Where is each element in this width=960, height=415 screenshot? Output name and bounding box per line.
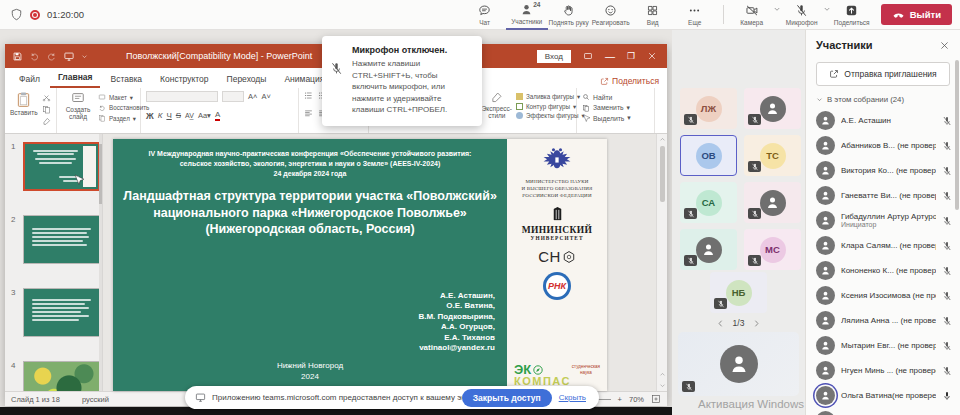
- leave-button[interactable]: Выйти: [881, 4, 952, 25]
- stop-sharing-button[interactable]: Закрыть доступ: [462, 389, 552, 407]
- participant-tile-НБ[interactable]: НБ: [710, 272, 767, 313]
- participant-mic-status[interactable]: [942, 316, 952, 326]
- participant-tile-anonymous[interactable]: [744, 182, 801, 223]
- participant-tile-ОВ[interactable]: ОВ: [680, 135, 737, 176]
- shape-fill-button[interactable]: Заливка фигуры ▾: [516, 93, 585, 100]
- shrink-font-button[interactable]: A˅: [261, 92, 270, 101]
- participant-mic-status[interactable]: [942, 391, 952, 401]
- participant-row[interactable]: Ольга Ватина(не проверено): [806, 383, 960, 408]
- participant-row[interactable]: Гибадуллин Артур Артурович Инициатор: [806, 208, 960, 233]
- zoom-in-button[interactable]: +: [618, 395, 622, 404]
- tab-design[interactable]: Конструктор: [152, 71, 216, 88]
- react-button[interactable]: Реагировать: [590, 0, 632, 30]
- more-button[interactable]: Еще: [674, 0, 716, 30]
- participant-row[interactable]: Абанников В... (не проверено): [806, 133, 960, 158]
- participant-mic-status[interactable]: [942, 341, 952, 351]
- panel-scrollbar[interactable]: [955, 60, 959, 210]
- participant-tile-anonymous[interactable]: [680, 229, 737, 270]
- slide-thumbnail-2[interactable]: 2: [23, 215, 100, 273]
- underline-button[interactable]: Ч: [166, 111, 171, 120]
- font-color-button[interactable]: A: [215, 110, 220, 121]
- char-spacing-button[interactable]: AV̲: [185, 112, 194, 119]
- participant-row[interactable]: Ганеватте Ви... (не проверено): [806, 183, 960, 208]
- participant-mic-status[interactable]: [942, 266, 952, 276]
- font-size-box[interactable]: [222, 91, 244, 102]
- participant-row[interactable]: А.Е. Асташин: [806, 108, 960, 133]
- shape-outline-button[interactable]: Контур фигуры ▾: [516, 103, 585, 110]
- view-button[interactable]: Вид: [632, 0, 674, 30]
- share-button[interactable]: Поделиться: [831, 0, 873, 30]
- format-painter-icon[interactable]: [42, 117, 51, 126]
- mic-button[interactable]: Микрофон: [781, 0, 823, 30]
- shape-effects-button[interactable]: Эффекты фигуры ▾: [516, 112, 585, 119]
- participant-mic-status[interactable]: [942, 291, 952, 301]
- slideshow-icon[interactable]: [63, 51, 75, 62]
- participant-mic-status[interactable]: [942, 366, 952, 376]
- tab-insert[interactable]: Вставка: [102, 71, 150, 88]
- participant-tile-МС[interactable]: МС: [744, 229, 801, 270]
- scrollbar-thumb[interactable]: [660, 146, 665, 202]
- undo-icon[interactable]: [29, 51, 40, 62]
- participant-mic-status[interactable]: [942, 141, 952, 151]
- participant-row[interactable]: Ксения Изосимова (не прове...: [806, 283, 960, 308]
- save-icon[interactable]: [12, 51, 23, 62]
- bold-button[interactable]: Ж: [146, 111, 154, 121]
- participant-mic-status[interactable]: [942, 191, 952, 201]
- participant-mic-status[interactable]: [942, 116, 952, 126]
- copy-icon[interactable]: [42, 105, 51, 114]
- in-meeting-section[interactable]: В этом собрании (24): [806, 95, 960, 108]
- participant-tile-anonymous[interactable]: [678, 332, 799, 396]
- next-slide-icon[interactable]: [659, 382, 666, 389]
- page-next-icon[interactable]: [752, 319, 761, 328]
- change-case-button[interactable]: Aa▾: [198, 111, 211, 120]
- scroll-up-icon[interactable]: [659, 136, 666, 143]
- participant-row[interactable]: Кононенко К... (не проверено): [806, 258, 960, 283]
- participant-tile-ТС[interactable]: ТС: [744, 135, 801, 176]
- prev-slide-icon[interactable]: [659, 371, 666, 378]
- close-panel-icon[interactable]: [939, 40, 950, 51]
- font-name-box[interactable]: [146, 91, 218, 102]
- qat-chevron-icon[interactable]: [81, 53, 88, 60]
- slide-scrollbar[interactable]: [656, 134, 667, 391]
- raise-hand-button[interactable]: Поднять руку: [548, 0, 590, 30]
- paste-button[interactable]: Вставить: [10, 91, 38, 116]
- slide-1[interactable]: IV Международная научно-практическая кон…: [113, 139, 607, 391]
- ppt-share-button[interactable]: Поделиться: [600, 76, 659, 88]
- hide-banner-link[interactable]: Скрыть: [559, 393, 586, 402]
- mic-chevron-icon[interactable]: [823, 5, 831, 13]
- thumbnail-scrollbar[interactable]: [99, 134, 102, 391]
- fit-to-window-icon[interactable]: [651, 394, 661, 404]
- send-invite-button[interactable]: Отправка приглашения: [816, 62, 950, 86]
- tab-file[interactable]: Файл: [11, 71, 48, 88]
- page-prev-icon[interactable]: [716, 319, 725, 328]
- camera-button[interactable]: Камера: [731, 0, 773, 30]
- sign-in-button[interactable]: Вход: [537, 50, 571, 63]
- participant-row[interactable]: Ольга Лукьян...(не проверено): [806, 408, 960, 415]
- slide-thumbnail-3[interactable]: 3: [23, 288, 100, 346]
- participant-row[interactable]: Лялина Анна ... (не проверено): [806, 308, 960, 333]
- grow-font-button[interactable]: A˄: [248, 92, 257, 101]
- replace-button[interactable]: Заменить ▾: [582, 104, 631, 112]
- slide-thumbnail-4[interactable]: 4: [23, 361, 100, 391]
- camera-chevron-icon[interactable]: [773, 5, 781, 13]
- close-window-icon[interactable]: [647, 51, 657, 61]
- ribbon-options-icon[interactable]: [583, 51, 593, 61]
- align-left-icon[interactable]: [304, 109, 313, 118]
- zoom-percentage[interactable]: 70%: [629, 395, 644, 404]
- participant-mic-status[interactable]: [942, 216, 952, 226]
- participant-row[interactable]: Нгуен Минь ... (не проверено): [806, 358, 960, 383]
- participant-tile-СА[interactable]: СА: [680, 182, 737, 223]
- cut-icon[interactable]: [42, 93, 51, 102]
- chat-button[interactable]: Чат: [464, 0, 506, 30]
- italic-button[interactable]: К: [158, 111, 163, 120]
- participant-tile-anonymous[interactable]: [744, 88, 801, 129]
- participant-row[interactable]: Клара Салям... (не проверено): [806, 233, 960, 258]
- tab-transitions[interactable]: Переходы: [219, 71, 275, 88]
- redo-icon[interactable]: [46, 51, 57, 62]
- participant-mic-status[interactable]: [942, 166, 952, 176]
- participant-mic-status[interactable]: [942, 241, 952, 251]
- bullets-icon[interactable]: [304, 91, 313, 100]
- new-slide-button[interactable]: Создать слайд: [62, 91, 94, 121]
- quick-styles-button[interactable]: Экспресс-стили: [482, 91, 512, 119]
- participant-row[interactable]: Виктория Ко... (не проверено): [806, 158, 960, 183]
